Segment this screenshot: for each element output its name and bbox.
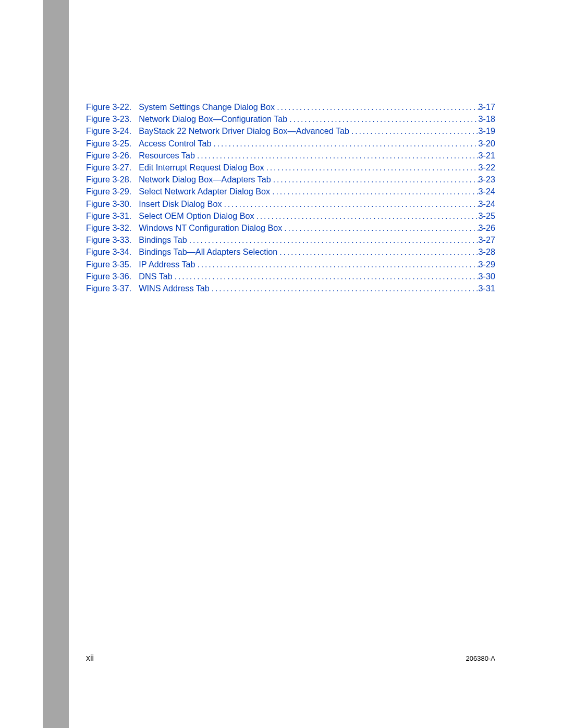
toc-entry[interactable]: Figure 3-28. Network Dialog Box—Adapters… — [86, 174, 495, 186]
toc-page: 3-20 — [479, 138, 495, 150]
toc-label: Figure 3-29. — [86, 186, 131, 198]
toc-dots: ........................................… — [351, 125, 479, 137]
toc-entry[interactable]: Figure 3-35. IP Address Tab ............… — [86, 258, 495, 270]
toc-dots: ........................................… — [189, 234, 479, 246]
toc-title: Access Control Tab — [139, 138, 211, 150]
toc-dots: ........................................… — [277, 101, 478, 113]
toc-entry[interactable]: Figure 3-31. Select OEM Option Dialog Bo… — [86, 210, 495, 222]
toc-label: Figure 3-31. — [86, 210, 131, 222]
toc-page: 3-29 — [479, 258, 495, 270]
toc-page: 3-27 — [479, 234, 495, 246]
toc-title: Insert Disk Dialog Box — [139, 198, 222, 210]
toc-dots: ........................................… — [175, 270, 479, 282]
toc-entry[interactable]: Figure 3-23. Network Dialog Box—Configur… — [86, 113, 495, 125]
toc-label: Figure 3-22. — [86, 101, 131, 113]
toc-dots: ........................................… — [289, 113, 478, 125]
toc-title: BayStack 22 Network Driver Dialog Box—Ad… — [139, 125, 349, 137]
toc-dots: ........................................… — [224, 198, 479, 210]
toc-entry[interactable]: Figure 3-26. Resources Tab .............… — [86, 150, 495, 162]
toc-dots: ........................................… — [273, 174, 479, 186]
toc-page: 3-18 — [479, 113, 495, 125]
toc-dots: ........................................… — [266, 162, 479, 174]
toc-label: Figure 3-24. — [86, 125, 131, 137]
toc-page: 3-17 — [479, 101, 495, 113]
toc-title: Windows NT Configuration Dialog Box — [139, 222, 282, 234]
toc-title: Bindings Tab—All Adapters Selection — [139, 246, 277, 258]
toc-title: Bindings Tab — [139, 234, 187, 246]
toc-page: 3-23 — [479, 174, 495, 186]
toc-title: DNS Tab — [139, 270, 172, 282]
toc-page: 3-24 — [479, 198, 495, 210]
toc-entry[interactable]: Figure 3-30. Insert Disk Dialog Box ....… — [86, 198, 495, 210]
sidebar-stripe — [43, 0, 69, 728]
toc-label: Figure 3-25. — [86, 138, 131, 150]
toc-title: System Settings Change Dialog Box — [139, 101, 275, 113]
toc-label: Figure 3-37. — [86, 282, 131, 294]
toc-title: Select Network Adapter Dialog Box — [139, 186, 270, 198]
toc-page: 3-19 — [479, 125, 495, 137]
toc-label: Figure 3-33. — [86, 234, 131, 246]
toc-label: Figure 3-26. — [86, 150, 131, 162]
toc-page: 3-25 — [479, 210, 495, 222]
toc-dots: ........................................… — [213, 138, 478, 150]
toc-title: Edit Interrupt Request Dialog Box — [139, 162, 264, 174]
toc-dots: ........................................… — [197, 150, 479, 162]
toc-page: 3-21 — [479, 150, 495, 162]
toc-label: Figure 3-23. — [86, 113, 131, 125]
toc-dots: ........................................… — [284, 222, 478, 234]
toc-entry[interactable]: Figure 3-36. DNS Tab ...................… — [86, 270, 495, 282]
document-number: 206380-A — [466, 655, 495, 662]
toc-title: Network Dialog Box—Configuration Tab — [139, 113, 287, 125]
toc-page: 3-24 — [479, 186, 495, 198]
toc-entry[interactable]: Figure 3-34. Bindings Tab—All Adapters S… — [86, 246, 495, 258]
toc-list: Figure 3-22. System Settings Change Dial… — [86, 101, 495, 294]
toc-title: Resources Tab — [139, 150, 195, 162]
toc-entry[interactable]: Figure 3-29. Select Network Adapter Dial… — [86, 186, 495, 198]
toc-entry[interactable]: Figure 3-37. WINS Address Tab ..........… — [86, 282, 495, 294]
toc-page: 3-30 — [479, 270, 495, 282]
toc-title: Select OEM Option Dialog Box — [139, 210, 254, 222]
toc-entry[interactable]: Figure 3-22. System Settings Change Dial… — [86, 101, 495, 113]
toc-entry[interactable]: Figure 3-24. BayStack 22 Network Driver … — [86, 125, 495, 137]
toc-label: Figure 3-36. — [86, 270, 131, 282]
toc-page: 3-31 — [479, 282, 495, 294]
toc-label: Figure 3-34. — [86, 246, 131, 258]
toc-dots: ........................................… — [198, 258, 479, 270]
toc-dots: ........................................… — [212, 282, 479, 294]
toc-title: IP Address Tab — [139, 258, 195, 270]
page-footer: xii 206380-A — [86, 653, 495, 663]
toc-title: WINS Address Tab — [139, 282, 210, 294]
toc-page: 3-22 — [479, 162, 495, 174]
toc-dots: ........................................… — [272, 186, 478, 198]
toc-dots: ........................................… — [279, 246, 478, 258]
toc-label: Figure 3-32. — [86, 222, 131, 234]
toc-entry[interactable]: Figure 3-27. Edit Interrupt Request Dial… — [86, 162, 495, 174]
toc-label: Figure 3-35. — [86, 258, 131, 270]
toc-dots: ........................................… — [256, 210, 479, 222]
toc-title: Network Dialog Box—Adapters Tab — [139, 174, 271, 186]
toc-entry[interactable]: Figure 3-25. Access Control Tab ........… — [86, 138, 495, 150]
toc-label: Figure 3-28. — [86, 174, 131, 186]
toc-page: 3-28 — [479, 246, 495, 258]
toc-entry[interactable]: Figure 3-32. Windows NT Configuration Di… — [86, 222, 495, 234]
toc-page: 3-26 — [479, 222, 495, 234]
page-number: xii — [86, 653, 94, 663]
toc-label: Figure 3-30. — [86, 198, 131, 210]
toc-label: Figure 3-27. — [86, 162, 131, 174]
toc-entry[interactable]: Figure 3-33. Bindings Tab ..............… — [86, 234, 495, 246]
